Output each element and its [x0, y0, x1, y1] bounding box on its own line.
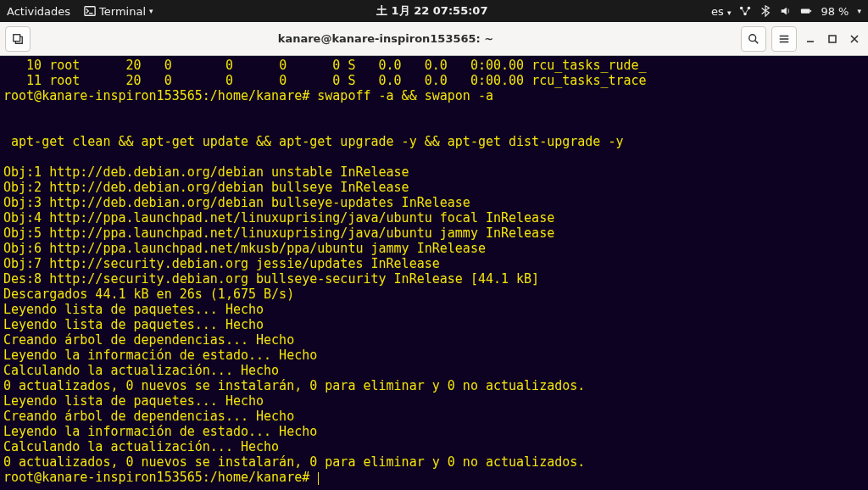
- clock[interactable]: 土 1月 22 07:55:07: [153, 3, 711, 19]
- battery-icon: [800, 5, 812, 17]
- close-icon: [849, 34, 860, 44]
- hamburger-icon: [778, 33, 790, 45]
- output-line: Obj:1 http://deb.debian.org/debian unsta…: [3, 164, 409, 180]
- svg-rect-6: [14, 34, 20, 41]
- output-line: 0 actualizados, 0 nuevos se instalarán, …: [3, 378, 585, 393]
- bluetooth-icon: [760, 5, 771, 17]
- minimize-icon: [805, 34, 815, 44]
- command-line: apt-get clean && apt-get update && apt-g…: [3, 134, 624, 149]
- hamburger-menu-button[interactable]: [771, 26, 797, 52]
- ps-row: 11 root 20 0 0 0 0 S 0.0 0.0 0:00.00 rcu…: [3, 73, 647, 88]
- cursor: [318, 472, 319, 485]
- search-button[interactable]: [741, 26, 766, 52]
- output-line: Leyendo lista de paquetes... Hecho: [3, 317, 264, 332]
- maximize-icon: [827, 34, 837, 44]
- window-title: kanare@kanare-inspiron153565: ~: [36, 32, 736, 45]
- new-tab-icon: [12, 33, 24, 45]
- svg-point-7: [749, 34, 756, 41]
- close-button[interactable]: [846, 31, 863, 47]
- chevron-down-icon: ▾: [857, 7, 861, 15]
- output-line: Obj:6 http://ppa.launchpad.net/mkusb/ppa…: [3, 241, 486, 256]
- volume-icon: [780, 5, 792, 17]
- search-icon: [748, 33, 760, 45]
- output-line: Leyendo lista de paquetes... Hecho: [3, 302, 264, 317]
- output-line: Leyendo lista de paquetes... Hecho: [3, 393, 264, 409]
- minimize-button[interactable]: [802, 31, 819, 47]
- gnome-topbar: Actividades Terminal ▾ 土 1月 22 07:55:07 …: [0, 0, 868, 22]
- system-status-area[interactable]: es ▾ 98 % ▾: [711, 5, 861, 18]
- output-line: Obj:4 http://ppa.launchpad.net/linuxupri…: [3, 210, 554, 226]
- output-line: Obj:5 http://ppa.launchpad.net/linuxupri…: [3, 226, 554, 241]
- svg-rect-0: [85, 7, 95, 16]
- svg-rect-5: [810, 10, 812, 12]
- battery-percent: 98 %: [821, 5, 849, 18]
- window-titlebar: kanare@kanare-inspiron153565: ~: [0, 22, 868, 56]
- svg-line-8: [755, 40, 759, 43]
- prompt-line: root@kanare-inspiron153565:/home/kanare#…: [3, 88, 493, 103]
- keyboard-layout-indicator[interactable]: es ▾: [711, 5, 731, 18]
- output-line: Calculando la actualización... Hecho: [3, 363, 279, 378]
- output-line: Creando árbol de dependencias... Hecho: [3, 332, 294, 348]
- terminal-output[interactable]: 10 root 20 0 0 0 0 S 0.0 0.0 0:00.00 rcu…: [0, 56, 868, 490]
- output-line: Creando árbol de dependencias... Hecho: [3, 409, 294, 424]
- ps-row: 10 root 20 0 0 0 0 S 0.0 0.0 0:00.00 rcu…: [3, 58, 647, 73]
- activities-button[interactable]: Actividades: [7, 5, 70, 18]
- output-line: Calculando la actualización... Hecho: [3, 439, 279, 454]
- prompt-line: root@kanare-inspiron153565:/home/kanare#: [3, 470, 319, 485]
- svg-rect-4: [801, 8, 810, 13]
- output-line: Descargados 44.1 kB en 26s (1,675 B/s): [3, 287, 294, 302]
- output-line: Leyendo la información de estado... Hech…: [3, 424, 317, 439]
- output-line: Obj:3 http://deb.debian.org/debian bulls…: [3, 195, 470, 210]
- app-menu-label: Terminal: [99, 5, 146, 18]
- maximize-button[interactable]: [824, 31, 841, 47]
- svg-rect-10: [829, 36, 836, 42]
- output-line: 0 actualizados, 0 nuevos se instalarán, …: [3, 454, 585, 470]
- network-icon: [739, 5, 751, 17]
- terminal-icon: [84, 5, 96, 17]
- output-line: Obj:7 http://security.debian.org jessie/…: [3, 256, 440, 271]
- new-tab-button[interactable]: [5, 26, 31, 52]
- app-menu[interactable]: Terminal ▾: [84, 5, 153, 18]
- output-line: Obj:2 http://deb.debian.org/debian bulls…: [3, 180, 409, 195]
- output-line: Des:8 http://security.debian.org bullsey…: [3, 271, 539, 287]
- output-line: Leyendo la información de estado... Hech…: [3, 348, 317, 363]
